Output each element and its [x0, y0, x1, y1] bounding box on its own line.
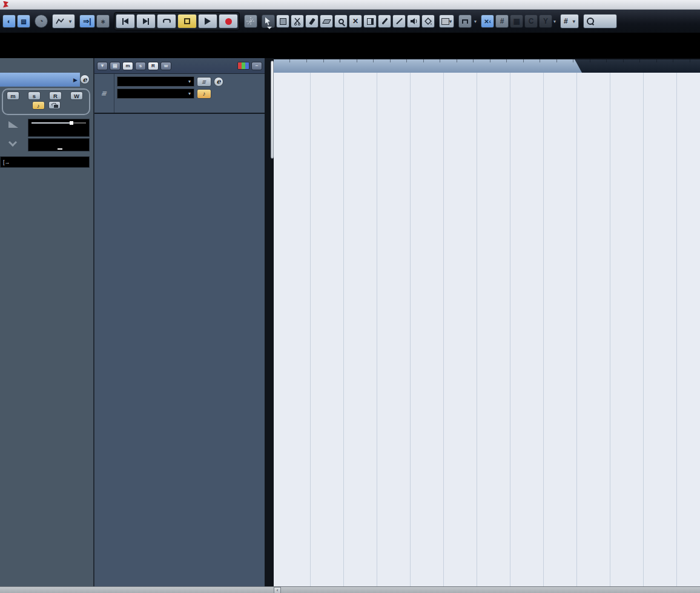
track-colors-button[interactable] [237, 62, 249, 70]
mute-tool[interactable]: ✕ [349, 15, 362, 28]
track-list: ▼ ▤ m s R w − ≡ ▾ ≡ e ▾ [94, 58, 265, 586]
event-parts [274, 58, 700, 586]
collapse-button[interactable]: − [251, 62, 262, 70]
chevron-down-icon: ▾ [573, 19, 575, 24]
inspector-track-title[interactable]: ▶ [0, 73, 80, 87]
volume-value [28, 119, 89, 121]
glue-tool[interactable] [305, 15, 319, 28]
divider-scrollbar-thumb[interactable] [271, 61, 274, 159]
inspector-msrw-panel: m s R W ♪ [2, 88, 90, 115]
track-list-header: ▼ ▤ m s R w − [94, 58, 265, 74]
draw-tool[interactable] [378, 15, 391, 28]
automation-mode-select[interactable]: ▾ [52, 14, 75, 28]
arranger-mode-button[interactable]: ≡ [197, 77, 211, 87]
mute-button[interactable]: m [7, 91, 19, 100]
pan-value [28, 139, 89, 140]
quantize-q-icon [587, 18, 594, 25]
solo-button[interactable]: s [28, 91, 41, 100]
nudge-palette-button[interactable] [458, 15, 472, 28]
menu-bar [0, 0, 700, 10]
output-routing-bar[interactable]: [→ [0, 156, 90, 168]
snap-extra-button: C [524, 15, 538, 28]
volume-display[interactable] [28, 119, 90, 137]
play-scrub-tool[interactable] [407, 15, 420, 28]
object-selection-tool[interactable] [262, 15, 275, 28]
stop-button[interactable] [177, 14, 197, 28]
transport-panel [114, 12, 240, 30]
automation-curve-icon [56, 18, 64, 25]
arranger-chain-select[interactable]: ▾ [117, 76, 194, 87]
read-automation-button[interactable]: R [49, 91, 62, 100]
autoscroll-button[interactable]: ⇒| [79, 15, 95, 28]
track-list-setup-button[interactable]: ▤ [110, 62, 121, 70]
window-layout-button[interactable]: ▤ [17, 15, 30, 28]
status-bar: ‹ [0, 586, 700, 593]
snap-crosshair-button[interactable] [244, 15, 257, 28]
goto-next-marker-button[interactable] [136, 14, 156, 28]
app-logo-icon [2, 1, 11, 8]
inspector: ▶ e m s R W ♪ [→ [0, 58, 94, 593]
track-list-arrow-button[interactable]: ▼ [97, 62, 108, 70]
arranger-track-icon: ≡ [94, 74, 114, 113]
range-selection-tool[interactable] [276, 15, 289, 28]
arranger-track-panel: ≡ ▾ ≡ e ▾ ♪ [94, 74, 265, 114]
musical-timebase-button[interactable]: ♪ [32, 101, 45, 110]
record-button[interactable] [219, 14, 238, 28]
edit-channel-button[interactable]: e [80, 75, 90, 84]
split-tool[interactable] [291, 15, 304, 28]
tool-buttons: ✕ [262, 15, 435, 28]
lock-button[interactable] [48, 101, 61, 109]
suspend-autoscroll-button[interactable]: ∗ [96, 15, 110, 28]
arranger-musical-button[interactable]: ♪ [197, 89, 211, 99]
arranger-edit-button[interactable]: e [214, 77, 223, 87]
chevron-down-icon: ▾ [69, 19, 71, 24]
expand-arrow-icon: ▶ [73, 77, 80, 83]
write-automation-button[interactable]: W [70, 91, 83, 100]
line-tool[interactable] [392, 15, 406, 28]
fader-icon [8, 121, 18, 128]
zoom-tool[interactable] [334, 15, 348, 28]
global-read-button[interactable]: R [148, 62, 159, 70]
global-write-button[interactable]: w [160, 62, 171, 70]
snap-extra2-button: Y [539, 15, 552, 28]
play-button[interactable] [198, 14, 217, 28]
goto-previous-marker-button[interactable] [116, 14, 135, 28]
activate-project-button[interactable]: ◐ [2, 15, 16, 28]
color-picker-button[interactable]: ▾ [439, 15, 454, 28]
chevron-down-icon: ▾ [474, 19, 477, 24]
comp-tool[interactable] [363, 15, 377, 28]
volume-slider[interactable] [31, 122, 86, 124]
chevron-down-icon: ▾ [553, 19, 556, 24]
toolbar: ◐ ▤ ◔ ▾ ⇒| ∗ [0, 10, 700, 33]
output-icon: [→ [1, 159, 13, 165]
hscroll-left-arrow[interactable]: ‹ [274, 587, 281, 593]
quantize-value-select[interactable] [583, 14, 617, 28]
erase-tool[interactable] [320, 15, 333, 28]
grid-icon: # [564, 17, 568, 25]
global-mute-button[interactable]: m [122, 62, 133, 70]
global-solo-button[interactable]: s [135, 62, 146, 70]
cubase-project-window: ◐ ▤ ◔ ▾ ⇒| ∗ [0, 0, 700, 593]
info-line [0, 33, 700, 58]
cycle-button[interactable] [157, 14, 176, 28]
snap-on-off-button[interactable]: ✕‹ [481, 15, 494, 28]
constrain-delay-button[interactable]: ◔ [35, 15, 48, 28]
quantize-preset-select[interactable]: # ▾ [560, 14, 579, 28]
grid-type-button: ▦ [510, 15, 523, 28]
arranger-item-select[interactable]: ▾ [117, 88, 194, 99]
pan-chevron-icon [8, 138, 17, 147]
color-tool[interactable] [421, 15, 435, 28]
event-display[interactable] [274, 58, 700, 586]
snap-type-grid-button[interactable]: # [495, 15, 509, 28]
pan-display[interactable] [28, 138, 90, 151]
